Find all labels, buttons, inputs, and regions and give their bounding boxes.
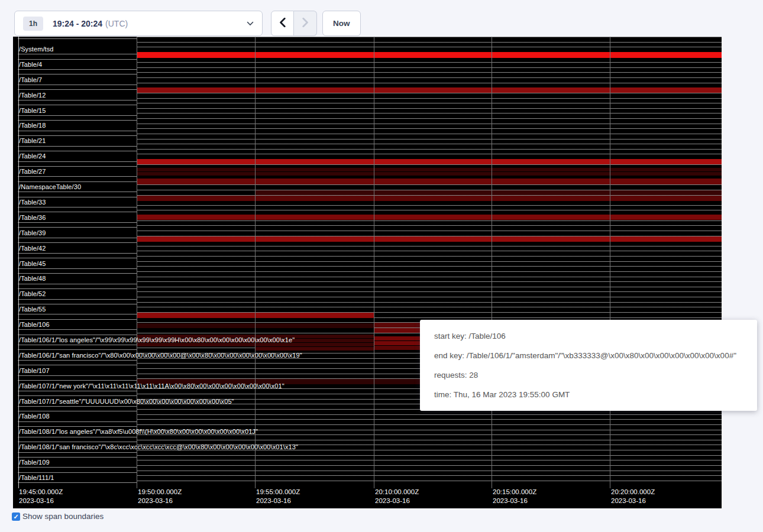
span-boundary-line	[18, 421, 137, 422]
span-boundary-line	[18, 288, 137, 289]
heat-band	[374, 346, 420, 350]
row-label: /Table/106/1/"san francisco"/"\x80\x00\x…	[19, 352, 302, 359]
span-boundary-line	[18, 85, 137, 85]
row-label: /Table/21	[19, 137, 46, 144]
hover-tooltip: start key: /Table/106 end key: /Table/10…	[420, 320, 757, 411]
row-label: /Table/108/1/"los angeles"/"\xa8\xf5\u00…	[19, 428, 258, 435]
span-boundary-line	[18, 304, 137, 304]
span-boundary-line	[18, 268, 137, 269]
span-boundary-line	[18, 360, 137, 361]
heat-band	[137, 236, 722, 242]
chevron-left-icon	[279, 18, 286, 30]
span-boundary-line	[18, 54, 137, 54]
key-visualizer-page: 1h 19:24 - 20:24 (UTC) Now /System	[0, 0, 763, 532]
chevron-down-icon	[247, 21, 254, 26]
span-boundary-line	[18, 59, 137, 60]
x-axis-label: 20:20:00.000Z2023-03-16	[611, 488, 655, 505]
next-range-button[interactable]	[294, 11, 317, 36]
key-visualizer-canvas[interactable]: /System/tsd/Table/4/Table/7/Table/12/Tab…	[13, 37, 722, 508]
x-axis-date: 2023-03-16	[611, 497, 655, 505]
now-button[interactable]: Now	[322, 11, 361, 36]
time-range-select[interactable]: 1h 19:24 - 20:24 (UTC)	[14, 11, 263, 36]
span-boundary-line	[18, 238, 137, 238]
span-boundary-line	[18, 284, 137, 284]
span-boundary-line	[18, 100, 137, 100]
span-boundary-line	[18, 181, 137, 182]
span-boundary-line	[18, 395, 137, 396]
span-boundary-line	[18, 273, 137, 274]
x-axis-date: 2023-03-16	[375, 497, 419, 505]
span-boundary-line	[18, 380, 137, 381]
x-axis-date: 2023-03-16	[19, 497, 63, 505]
span-boundary-line	[18, 192, 137, 192]
heat-band	[374, 323, 420, 327]
row-label: /Table/111/1	[19, 474, 54, 481]
time-toolbar: 1h 19:24 - 20:24 (UTC) Now	[0, 0, 763, 37]
x-axis-time: 19:45:00.000Z	[19, 488, 63, 497]
heat-band	[374, 328, 420, 333]
span-boundary-line	[18, 161, 137, 162]
span-boundary-line	[18, 329, 137, 330]
x-axis-label: 20:15:00.000Z2023-03-16	[493, 488, 536, 505]
heat-band	[255, 190, 722, 195]
row-label: /Table/18	[19, 122, 46, 129]
row-label: /Table/24	[19, 153, 46, 160]
heat-band	[137, 168, 722, 171]
gridline	[374, 37, 374, 488]
span-boundary-line	[18, 212, 137, 212]
span-boundary-line	[18, 227, 137, 228]
tooltip-requests: requests: 28	[434, 371, 743, 379]
row-label: /Table/42	[19, 245, 46, 252]
span-boundary-line	[18, 176, 137, 177]
span-boundary-line	[18, 452, 137, 453]
span-boundary-line	[18, 345, 137, 345]
span-boundary-line	[18, 242, 137, 243]
x-axis-date: 2023-03-16	[493, 497, 536, 505]
span-boundary-line	[18, 335, 137, 335]
x-axis-time: 20:10:00.000Z	[375, 488, 419, 497]
row-label: /Table/107/1/"seattle"/"UUUUUUD\x00\x80\…	[19, 398, 234, 405]
span-boundary-line	[18, 253, 137, 254]
span-boundary-line	[18, 135, 137, 136]
span-boundary-line	[18, 207, 137, 207]
heat-band	[137, 215, 722, 220]
span-boundary-line	[18, 197, 137, 197]
span-boundary-line	[18, 437, 137, 437]
x-axis-time: 19:55:00.000Z	[256, 488, 300, 497]
row-label: /Table/52	[19, 290, 46, 297]
tooltip-end-key: end key: /Table/106/1/"amsterdam"/"\xb33…	[434, 351, 743, 360]
x-axis-label: 20:10:00.000Z2023-03-16	[375, 488, 419, 505]
span-boundary-line	[18, 120, 137, 121]
row-label: /Table/7	[19, 76, 42, 83]
row-label: /Table/36	[19, 214, 46, 221]
x-axis-label: 19:50:00.000Z2023-03-16	[138, 488, 182, 505]
heat-band	[137, 179, 722, 184]
span-boundary-line	[18, 89, 137, 90]
span-boundary-line	[18, 131, 137, 131]
span-boundary-line	[18, 391, 137, 391]
gridline	[137, 37, 137, 488]
span-boundary-line	[18, 38, 137, 39]
span-boundary-line	[18, 472, 137, 473]
x-axis-time: 20:15:00.000Z	[493, 488, 536, 497]
x-axis-time: 20:20:00.000Z	[611, 488, 655, 497]
row-label: /Table/27	[19, 168, 46, 175]
show-span-boundaries-checkbox[interactable]: ✓	[12, 512, 20, 521]
row-label: /Table/107/1/"new york"/"\x11\x11\x11\x1…	[19, 382, 284, 390]
row-label: /Table/106	[19, 321, 50, 328]
span-boundary-line	[18, 105, 137, 105]
row-label: /Table/106/1/"los angeles"/"\x99\x99\x99…	[19, 336, 295, 343]
x-axis-time: 19:50:00.000Z	[138, 488, 182, 497]
range-nav-group	[271, 11, 317, 36]
row-label: /System/tsd	[19, 46, 54, 53]
span-boundary-line	[18, 222, 137, 223]
span-boundary-line	[18, 457, 137, 458]
x-axis-date: 2023-03-16	[138, 497, 182, 505]
previous-range-button[interactable]	[271, 11, 294, 36]
span-boundary-line	[18, 365, 137, 365]
row-label: /NamespaceTable/30	[19, 183, 81, 190]
span-boundary-line	[18, 426, 137, 427]
span-boundary-line	[18, 375, 137, 376]
span-boundary-line	[18, 299, 137, 300]
span-boundary-line	[18, 314, 137, 314]
